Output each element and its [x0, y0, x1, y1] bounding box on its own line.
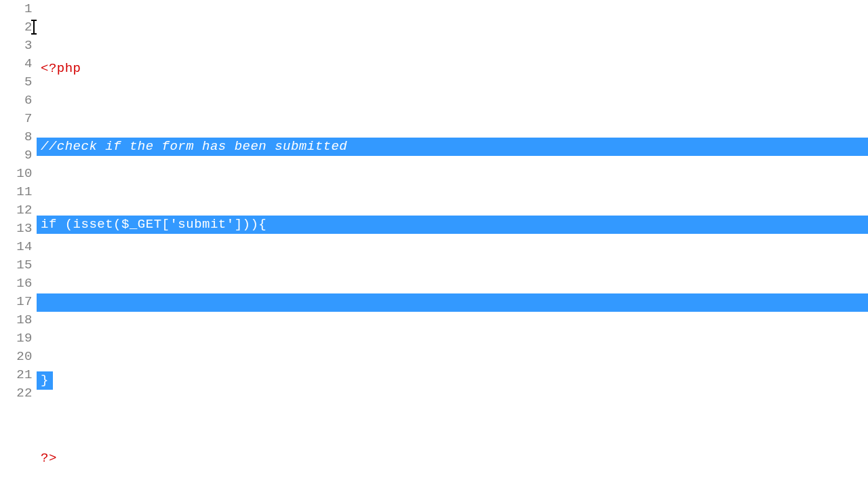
- line-number: 19: [0, 329, 33, 348]
- code-line-selected[interactable]: //check if the form has been submitted: [37, 138, 868, 156]
- line-number: 13: [0, 220, 33, 238]
- code-line-selected[interactable]: if (isset($_GET['submit'])){: [37, 216, 868, 234]
- line-number: 1: [0, 0, 33, 18]
- line-number: 20: [0, 348, 33, 366]
- line-number: 7: [0, 110, 33, 128]
- line-number: 3: [0, 37, 33, 55]
- line-number: 21: [0, 366, 33, 384]
- code-area[interactable]: <?php //check if the form has been submi…: [37, 0, 868, 488]
- line-number: 10: [0, 165, 33, 183]
- code-line-selected-partial[interactable]: }: [37, 371, 868, 390]
- line-number: 12: [0, 201, 33, 220]
- line-number: 14: [0, 238, 33, 256]
- line-number: 22: [0, 384, 33, 403]
- text-cursor-icon: [33, 20, 35, 34]
- php-statement: if (isset($_GET['submit'])){: [41, 217, 267, 232]
- code-line-selected[interactable]: [37, 293, 868, 312]
- line-number: 15: [0, 256, 33, 274]
- php-comment: //check if the form has been submitted: [41, 139, 347, 154]
- line-number: 6: [0, 92, 33, 110]
- line-number: 18: [0, 311, 33, 329]
- php-close-tag: ?>: [41, 451, 57, 466]
- php-open-tag: <?php: [41, 61, 81, 76]
- line-number: 4: [0, 55, 33, 73]
- code-editor[interactable]: 1 2 3 4 5 6 7 8 9 10 11 12 13 14 15 16 1…: [0, 0, 868, 488]
- line-number-gutter: 1 2 3 4 5 6 7 8 9 10 11 12 13 14 15 16 1…: [0, 0, 37, 488]
- line-number: 9: [0, 146, 33, 165]
- line-number: 16: [0, 274, 33, 293]
- php-brace: }: [37, 371, 53, 390]
- line-number: 5: [0, 73, 33, 92]
- line-number: 8: [0, 128, 33, 146]
- line-number: 2: [0, 18, 33, 37]
- code-line[interactable]: <?php: [37, 60, 868, 78]
- line-number: 11: [0, 183, 33, 201]
- code-line[interactable]: ?>: [37, 449, 868, 468]
- line-number: 17: [0, 293, 33, 311]
